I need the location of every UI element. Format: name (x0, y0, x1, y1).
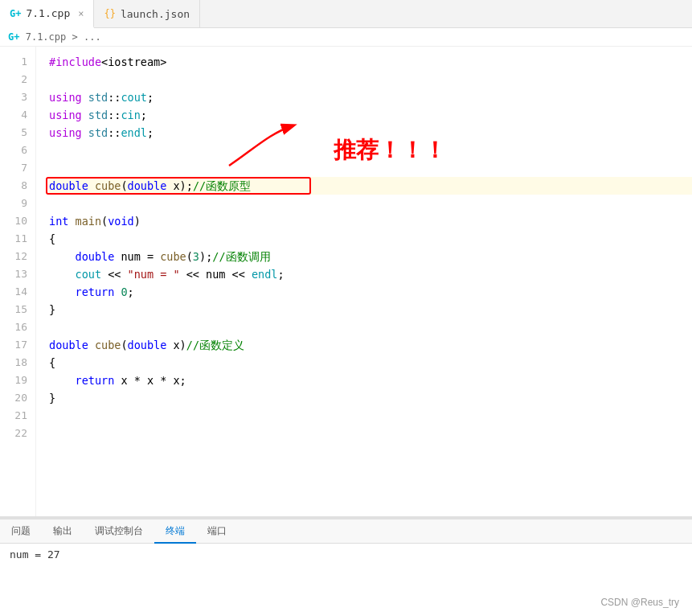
cpp-tab-label: 7.1.cpp (26, 7, 70, 19)
breadcrumb-path: 7.1.cpp > ... (26, 31, 101, 43)
code-line-9 (49, 195, 692, 212)
bottom-tab-problems[interactable]: 问题 (0, 519, 42, 543)
code-line-14: return 0; (49, 283, 692, 301)
ln-18: 18 (0, 354, 27, 372)
ln-13: 13 (0, 265, 27, 283)
editor-area: 1 2 3 4 5 6 7 8 9 10 11 12 13 14 15 16 1… (0, 47, 692, 516)
ln-7: 7 (0, 159, 27, 177)
bottom-tab-debug[interactable]: 调试控制台 (84, 519, 154, 543)
bottom-tab-output[interactable]: 输出 (42, 519, 84, 543)
code-line-13: cout << "num = " << num << endl; (49, 265, 692, 283)
ln-16: 16 (0, 318, 27, 336)
code-line-10: int main(void) (49, 212, 692, 230)
ln-20: 20 (0, 389, 27, 407)
bottom-tab-ports[interactable]: 端口 (196, 519, 238, 543)
code-line-11: { (49, 230, 692, 248)
code-line-6 (49, 142, 692, 159)
code-line-16 (49, 318, 692, 336)
terminal-content[interactable]: num = 27 CSDN @Reus_try (0, 544, 692, 616)
ln-12: 12 (0, 248, 27, 265)
ln-10: 10 (0, 212, 27, 230)
code-line-20: } (49, 389, 692, 407)
code-line-22 (49, 425, 692, 442)
ln-11: 11 (0, 230, 27, 248)
line-numbers: 1 2 3 4 5 6 7 8 9 10 11 12 13 14 15 16 1… (0, 47, 36, 516)
code-line-1: #include<iostream> (49, 53, 692, 71)
tab-json[interactable]: {} launch.json (94, 0, 200, 27)
code-line-7 (49, 159, 692, 177)
code-line-4: using std::cin; (49, 106, 692, 124)
breadcrumb-cpp-icon: G+ (8, 31, 19, 43)
ln-5: 5 (0, 124, 27, 142)
code-line-15: } (49, 301, 692, 318)
ln-3: 3 (0, 88, 27, 106)
ln-15: 15 (0, 301, 27, 318)
ln-4: 4 (0, 106, 27, 124)
ln-8: 8 (0, 177, 27, 195)
ln-6: 6 (0, 142, 27, 159)
bottom-panel: 问题 输出 调试控制台 终端 端口 num = 27 CSDN @Reus_tr… (0, 519, 692, 616)
tab-bar: G+ 7.1.cpp × {} launch.json (0, 0, 692, 28)
code-content[interactable]: #include<iostream> using std::cout; usin… (36, 47, 692, 516)
json-tab-label: launch.json (121, 8, 190, 20)
terminal-output-line: num = 27 (10, 548, 682, 561)
code-line-17: double cube(double x)//函数定义 (49, 336, 692, 354)
json-tab-icon: {} (104, 8, 115, 19)
code-line-8: double cube(double x);//函数原型 (49, 177, 692, 195)
ln-22: 22 (0, 425, 27, 442)
code-line-18: { (49, 354, 692, 372)
cpp-tab-icon: G+ (10, 8, 21, 19)
tab-cpp[interactable]: G+ 7.1.cpp × (0, 0, 94, 28)
ln-21: 21 (0, 407, 27, 425)
cpp-tab-close[interactable]: × (78, 8, 84, 19)
bottom-tab-terminal[interactable]: 终端 (154, 519, 196, 544)
code-line-19: return x * x * x; (49, 372, 692, 389)
ln-14: 14 (0, 283, 27, 301)
watermark: CSDN @Reus_try (600, 597, 679, 608)
code-line-21 (49, 407, 692, 425)
bottom-tabs: 问题 输出 调试控制台 终端 端口 (0, 519, 692, 544)
ln-2: 2 (0, 71, 27, 88)
breadcrumb: G+ 7.1.cpp > ... (0, 28, 692, 47)
ln-9: 9 (0, 195, 27, 212)
ln-1: 1 (0, 53, 27, 71)
code-line-2 (49, 71, 692, 88)
code-line-3: using std::cout; (49, 88, 692, 106)
code-line-5: using std::endl; (49, 124, 692, 142)
code-line-12: double num = cube(3);//函数调用 (49, 248, 692, 265)
ln-17: 17 (0, 336, 27, 354)
ln-19: 19 (0, 372, 27, 389)
